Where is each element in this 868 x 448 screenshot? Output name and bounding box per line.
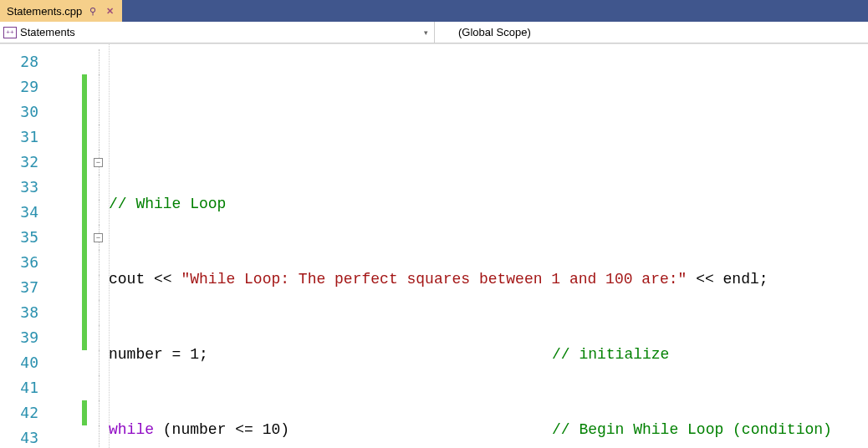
close-icon[interactable]: ✕ bbox=[104, 6, 115, 17]
line-number-gutter: 28293031323334353637383940414243 bbox=[0, 44, 47, 448]
navigation-bar: ++ Statements ▾ (Global Scope) bbox=[0, 22, 868, 43]
code-editor[interactable]: 28293031323334353637383940414243 − − // … bbox=[0, 43, 868, 448]
line-number: 29 bbox=[0, 74, 47, 99]
code-line-32: while (number <= 10)// Begin While Loop … bbox=[109, 417, 868, 442]
fold-toggle-if[interactable]: − bbox=[94, 233, 103, 242]
line-number: 43 bbox=[0, 425, 47, 448]
line-number: 42 bbox=[0, 400, 47, 425]
file-tab[interactable]: Statements.cpp ⚲ ✕ bbox=[0, 0, 122, 22]
line-number: 30 bbox=[0, 99, 47, 125]
scope-selector-scope[interactable]: (Global Scope) bbox=[435, 22, 868, 43]
line-number: 28 bbox=[0, 49, 47, 74]
marker-gutter: − − bbox=[47, 44, 109, 448]
line-number: 32 bbox=[0, 150, 47, 175]
line-number: 41 bbox=[0, 375, 47, 400]
line-number: 39 bbox=[0, 325, 47, 350]
pin-icon[interactable]: ⚲ bbox=[87, 6, 99, 17]
line-number: 36 bbox=[0, 250, 47, 275]
file-type-icon: ++ bbox=[3, 27, 17, 38]
line-number: 34 bbox=[0, 200, 47, 225]
scope-selector-file[interactable]: ++ Statements ▾ bbox=[0, 22, 435, 43]
fold-toggle-while[interactable]: − bbox=[94, 158, 103, 167]
code-line-29: // While Loop bbox=[109, 191, 868, 216]
line-number: 33 bbox=[0, 175, 47, 200]
code-line-31: number = 1;// initialize bbox=[109, 342, 868, 367]
line-number: 40 bbox=[0, 350, 47, 375]
code-line-28 bbox=[109, 116, 868, 141]
code-line-30: cout << "While Loop: The perfect squares… bbox=[109, 267, 868, 292]
line-number: 35 bbox=[0, 225, 47, 250]
code-area[interactable]: // While Loop cout << "While Loop: The p… bbox=[109, 44, 868, 448]
line-number: 38 bbox=[0, 300, 47, 325]
scope-label: (Global Scope) bbox=[458, 26, 531, 38]
scope-file-label: Statements bbox=[20, 26, 75, 38]
tab-filename: Statements.cpp bbox=[7, 5, 82, 18]
line-number: 31 bbox=[0, 125, 47, 150]
chevron-down-icon[interactable]: ▾ bbox=[421, 28, 431, 37]
line-number: 37 bbox=[0, 275, 47, 300]
tab-bar: Statements.cpp ⚲ ✕ bbox=[0, 0, 868, 22]
